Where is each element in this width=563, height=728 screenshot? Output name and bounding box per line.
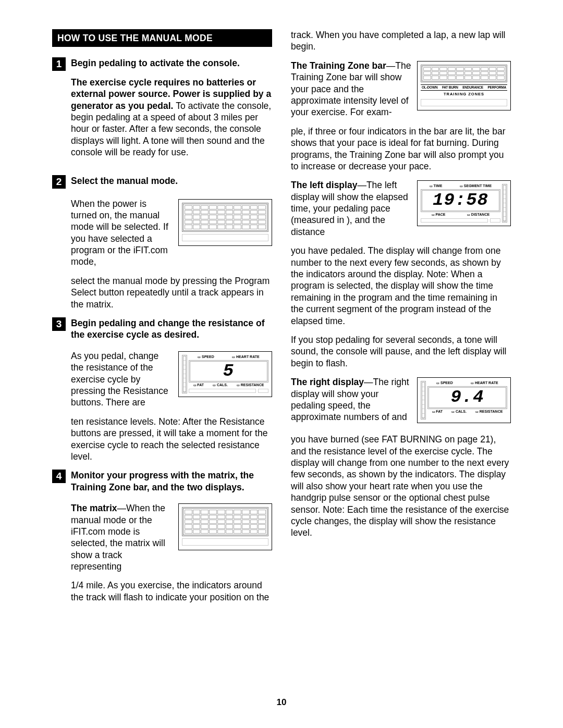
step-number-4: 4 [52,470,66,483]
step2-heading: Select the manual mode. [71,175,272,189]
training-zone-figure: OL-DOWN FAT BURN ENDURANCE PERFORMA TRAI… [417,61,511,110]
col2-continuation: track. When you have completed a lap, a … [291,29,511,53]
step4-matrix: The matrix—When the manual mode or the i… [52,502,272,572]
step4-heading: Monitor your progress with the matrix, t… [71,470,272,493]
right-text2: you have burned (see FAT BURNING on page… [291,434,511,539]
step1-heading: Begin pedaling to activate the console. [71,57,272,69]
display-value-speed: 9.4 [427,386,507,409]
matrix-figure-2 [178,503,272,550]
step3-heading: Begin pedaling and change the resistance… [71,317,272,341]
left-display-block: TIMESEGMENT TIME 19:58 PACEDISTANCE The … [291,179,511,238]
step-2: 2 Select the manual mode. [52,175,272,189]
left-text2: you have pedaled. The display will chang… [291,245,511,327]
pause-text: If you stop pedaling for several seconds… [291,334,511,369]
step-number-3: 3 [52,317,66,331]
display-value-5: 5 [189,360,268,382]
display-value-time: 19:58 [421,189,500,212]
step2-body: When the power is turned on, the manual … [52,198,272,268]
display-figure-resistance: SPEEDHEART RATE 5 FATCALS.RESISTANCE [178,351,272,397]
step3-body: SPEEDHEART RATE 5 FATCALS.RESISTANCE As … [52,350,272,409]
page-number: 10 [0,697,563,708]
right-display-block: SPEEDHEART RATE 9.4 FATCALS.RESISTANCE T… [291,376,511,426]
tz-text2: ple, if three or four indicators in the … [291,126,511,172]
step-3: 3 Begin pedaling and change the resistan… [52,317,272,341]
step2-text2: select the manual mode by pressing the P… [52,275,272,310]
training-zone-block: OL-DOWN FAT BURN ENDURANCE PERFORMA TRAI… [291,60,511,118]
step4-matrix-text2: 1/4 mile. As you exercise, the indicator… [52,579,272,603]
left-display-figure: TIMESEGMENT TIME 19:58 PACEDISTANCE [417,180,511,226]
step-1: 1 Begin pedaling to activate the console… [52,57,272,165]
right-display-figure: SPEEDHEART RATE 9.4 FATCALS.RESISTANCE [417,377,511,423]
matrix-figure-1 [178,199,272,246]
step-number-1: 1 [52,57,66,71]
step-4: 4 Monitor your progress with the matrix,… [52,470,272,493]
section-title: HOW TO USE THE MANUAL MODE [52,29,272,47]
step3-text2: ten resistance levels. Note: After the R… [52,416,272,463]
step-number-2: 2 [52,175,66,189]
step1-text: The exercise cycle requires no batteries… [71,77,272,158]
